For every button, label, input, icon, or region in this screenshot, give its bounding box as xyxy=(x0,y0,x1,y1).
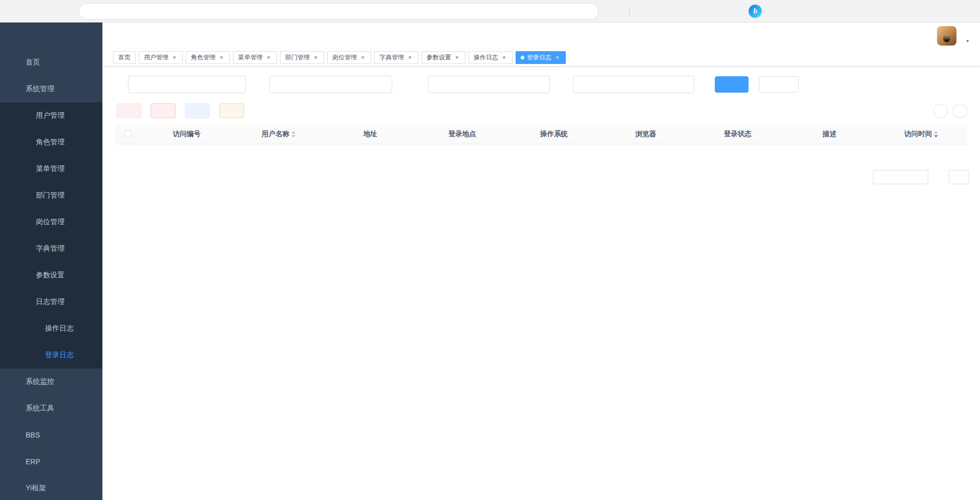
add-favorite-icon[interactable] xyxy=(577,4,592,19)
sidebar-item-label: 操作日志 xyxy=(45,324,74,333)
trash-icon xyxy=(158,107,165,114)
column-header[interactable]: 登录状态 xyxy=(692,125,783,144)
column-header[interactable]: 操作系统 xyxy=(508,125,600,144)
tab-close-icon[interactable] xyxy=(454,54,460,61)
goto-page-input[interactable] xyxy=(949,170,969,184)
sidebar-item[interactable]: 系统工具 xyxy=(0,395,102,422)
refresh-table-button[interactable] xyxy=(953,104,967,118)
sidebar-item[interactable]: BBS xyxy=(0,422,102,448)
page-tab[interactable]: 部门管理 xyxy=(280,51,324,64)
github-icon[interactable] xyxy=(859,31,869,41)
tab-close-icon[interactable] xyxy=(501,54,507,61)
user-avatar[interactable] xyxy=(937,26,956,46)
split-screen-icon[interactable] xyxy=(636,3,652,19)
status-select[interactable] xyxy=(428,76,550,93)
extensions-icon[interactable] xyxy=(607,3,623,19)
tab-label: 用户管理 xyxy=(144,53,168,62)
tab-close-icon[interactable] xyxy=(218,54,225,61)
tab-label: 角色管理 xyxy=(191,53,216,62)
browser-profile-avatar[interactable] xyxy=(704,3,720,19)
tab-label: 参数设置 xyxy=(427,53,451,62)
export-button[interactable] xyxy=(219,103,244,118)
sort-caret-icon[interactable] xyxy=(291,129,295,140)
clear-button[interactable] xyxy=(151,103,176,118)
sidebar-item[interactable]: 日志管理 xyxy=(0,289,102,315)
column-header[interactable]: 地址 xyxy=(325,125,416,144)
tab-label: 部门管理 xyxy=(285,53,310,62)
tab-close-icon[interactable] xyxy=(407,54,413,61)
address-bar[interactable] xyxy=(79,3,599,19)
sidebar-item[interactable]: Yi框架 xyxy=(0,475,102,500)
page-tab[interactable]: 操作日志 xyxy=(468,51,513,64)
page-tab[interactable]: 岗位管理 xyxy=(327,51,371,64)
sidebar-item[interactable]: 字典管理 xyxy=(0,235,102,262)
collections-icon[interactable] xyxy=(681,3,697,19)
header-search-icon[interactable] xyxy=(841,31,850,41)
reset-button[interactable] xyxy=(759,76,799,93)
sidebar-item[interactable]: 登录日志 xyxy=(0,342,102,368)
search-button[interactable] xyxy=(715,76,749,93)
sidebar-item[interactable]: 系统管理 xyxy=(0,76,102,102)
column-header[interactable]: 用户名称 xyxy=(232,125,324,144)
browser-menu-icon[interactable] xyxy=(726,3,742,19)
tab-close-icon[interactable] xyxy=(312,54,319,61)
sidebar-item[interactable]: 部门管理 xyxy=(0,182,102,209)
column-header[interactable]: 访问编号 xyxy=(141,125,232,144)
column-header[interactable]: 描述 xyxy=(783,125,875,144)
browser-refresh-button[interactable] xyxy=(33,3,49,19)
tab-close-icon[interactable] xyxy=(359,54,366,61)
sidebar-item[interactable]: 首页 xyxy=(0,49,102,76)
tab-close-icon[interactable] xyxy=(171,54,178,61)
sidebar-item[interactable]: 菜单管理 xyxy=(0,156,102,182)
column-header[interactable]: 浏览器 xyxy=(600,125,692,144)
page-tab[interactable]: 用户管理 xyxy=(139,51,183,64)
sidebar-item-label: 用户管理 xyxy=(36,111,65,120)
sidebar-item[interactable]: 角色管理 xyxy=(0,129,102,156)
page-tab[interactable]: 登录日志 xyxy=(516,51,566,64)
date-range-picker[interactable] xyxy=(573,76,694,93)
font-size-icon[interactable] xyxy=(914,31,924,41)
sidebar-item[interactable]: 系统监控 xyxy=(0,368,102,395)
sidebar-item[interactable]: 参数设置 xyxy=(0,262,102,289)
zoom-out-icon[interactable] xyxy=(562,4,577,19)
sidebar-item-label: 系统工具 xyxy=(26,404,54,413)
sidebar-item[interactable]: 用户管理 xyxy=(0,102,102,129)
unlock-button[interactable] xyxy=(185,103,210,118)
sort-caret-icon[interactable] xyxy=(934,129,938,140)
chevron-down-icon xyxy=(538,81,544,88)
toggle-search-button[interactable] xyxy=(933,104,948,118)
tab-close-icon[interactable] xyxy=(554,54,561,61)
sidebar-item-label: 参数设置 xyxy=(36,271,65,280)
column-header[interactable]: 访问时间 xyxy=(876,125,967,144)
page-size-select[interactable] xyxy=(873,170,928,184)
column-header[interactable]: 登录地点 xyxy=(416,125,508,144)
browser-home-button[interactable] xyxy=(58,3,75,19)
app-logo xyxy=(0,23,102,49)
page-tab[interactable]: 首页 xyxy=(113,51,136,64)
fullscreen-icon[interactable] xyxy=(896,31,906,41)
tab-label: 首页 xyxy=(118,53,131,62)
select-all-checkbox[interactable] xyxy=(124,131,132,138)
avatar-caret-icon[interactable]: ▾ xyxy=(966,38,969,46)
tab-close-icon[interactable] xyxy=(265,54,272,61)
page-tab[interactable]: 菜单管理 xyxy=(233,51,277,64)
username-input[interactable] xyxy=(269,76,392,93)
page-tab[interactable]: 字典管理 xyxy=(374,51,418,64)
sidebar-collapse-icon[interactable] xyxy=(115,31,126,41)
sidebar-item[interactable]: 岗位管理 xyxy=(0,209,102,235)
login-log-table: 访问编号 用户名称 xyxy=(115,125,967,144)
favorites-icon[interactable] xyxy=(658,3,675,19)
copilot-icon[interactable]: b xyxy=(749,5,762,18)
tab-label: 菜单管理 xyxy=(238,53,263,62)
page-tab[interactable]: 角色管理 xyxy=(186,51,230,64)
read-aloud-icon[interactable] xyxy=(546,4,562,19)
sidebar-item[interactable]: ERP xyxy=(0,448,102,475)
help-icon[interactable] xyxy=(878,31,887,41)
browser-back-button[interactable] xyxy=(7,3,24,19)
ip-input[interactable] xyxy=(128,76,246,93)
password-key-icon[interactable] xyxy=(531,4,546,19)
page-tab[interactable]: 参数设置 xyxy=(421,51,465,64)
tabs-bar: 首页 用户管理 角色管理 菜单管理 部门管理 xyxy=(102,49,980,67)
sidebar-item[interactable]: 操作日志 xyxy=(0,315,102,342)
delete-button[interactable] xyxy=(116,103,141,118)
